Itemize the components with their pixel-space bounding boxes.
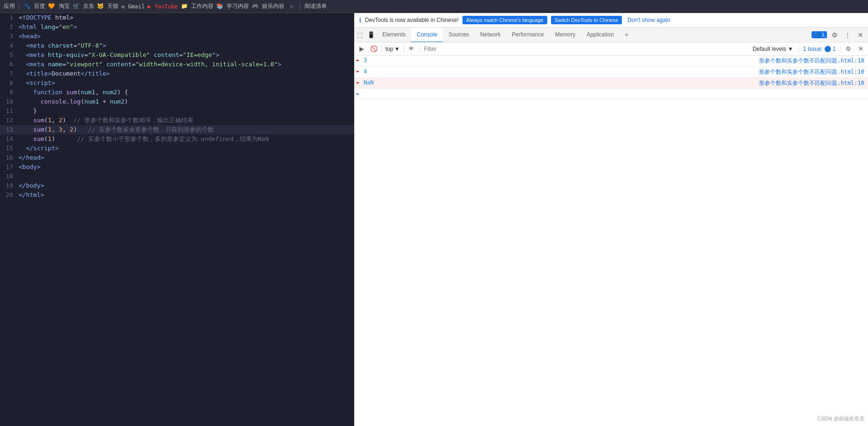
- close-devtools-button[interactable]: ✕: [855, 29, 866, 41]
- line-number: 18: [0, 172, 19, 181]
- console-close-button[interactable]: ✕: [855, 43, 866, 55]
- tab-elements[interactable]: Elements: [377, 28, 411, 42]
- code-line-14: 14 sum(1) // 实参个数小于形参个数，多的形参定义为 undefine…: [0, 134, 354, 144]
- line-number: 1: [0, 13, 19, 22]
- console-input[interactable]: [362, 90, 868, 97]
- code-line-9: 9 function sum(num1, num2) {: [0, 88, 354, 97]
- tab-network[interactable]: Network: [475, 28, 506, 42]
- line-content: [19, 172, 354, 181]
- tab-application[interactable]: Application: [581, 28, 620, 42]
- context-dropdown-icon: ▼: [394, 46, 400, 52]
- topbar-gmail[interactable]: ✉ Gmail: [121, 3, 145, 10]
- notification-text: DevTools is now available in Chinese!: [365, 17, 459, 23]
- line-content: <title>Document</title>: [19, 69, 354, 78]
- line-content: console.log(num1 + num2): [19, 97, 354, 106]
- tab-performance[interactable]: Performance: [506, 28, 550, 42]
- tab-more[interactable]: »: [620, 28, 634, 42]
- csdn-watermark: CSDN @前端史塔克: [818, 415, 864, 422]
- line-content: </script>: [19, 144, 354, 153]
- more-options-button[interactable]: ⋮: [842, 29, 853, 41]
- code-line-17: 17<body>: [0, 162, 354, 172]
- code-line-15: 15 </script>: [0, 144, 354, 153]
- console-value-3: 3: [362, 56, 755, 64]
- line-number: 10: [0, 97, 19, 106]
- console-prompt-row[interactable]: ►: [354, 89, 868, 98]
- code-line-6: 6 <meta name="viewport" content="width=d…: [0, 60, 354, 69]
- play-pause-button[interactable]: ▶: [356, 43, 367, 55]
- topbar-youtube[interactable]: ▶ YouTube: [148, 3, 178, 10]
- topbar-item[interactable]: 应用: [4, 2, 15, 10]
- code-lines: 1<!DOCTYPE html>2<html lang="en">3<head>…: [0, 13, 354, 200]
- line-content: }: [19, 106, 354, 116]
- console-entry-4: ► 4 形参个数和实参个数不匹配问题.html:10: [354, 67, 868, 78]
- dismiss-button[interactable]: Don't show again: [627, 17, 670, 23]
- console-value-nan: NaN: [362, 79, 755, 86]
- topbar-tianmao[interactable]: 🐱 天猫: [97, 2, 118, 10]
- tab-console[interactable]: Console: [411, 28, 443, 42]
- code-line-7: 7 <title>Document</title>: [0, 69, 354, 78]
- devtools-panel: ℹ DevTools is now available in Chinese! …: [354, 13, 868, 426]
- topbar-read[interactable]: 阅读清单: [304, 2, 327, 10]
- line-content: sum(1, 2) // 形参个数和实参个数相等，输出正确结果: [19, 116, 354, 125]
- clear-console-button[interactable]: 🚫: [368, 43, 379, 55]
- line-content: </html>: [19, 190, 354, 200]
- console-output: ► 3 形参个数和实参个数不匹配问题.html:10 ► 4 形参个数和实参个数…: [354, 56, 868, 426]
- line-number: 9: [0, 88, 19, 97]
- line-content: <meta charset="UTF-8">: [19, 41, 354, 50]
- issues-badge[interactable]: 🔵 1: [812, 31, 827, 38]
- line-number: 14: [0, 134, 19, 144]
- code-line-1: 1<!DOCTYPE html>: [0, 13, 354, 22]
- topbar-entertainment[interactable]: 🎮 娱乐内容: [252, 2, 284, 10]
- code-line-20: 20</html>: [0, 190, 354, 200]
- line-content: sum(1, 3, 2) // 实参个数多余形参个数，只取到形参的个数: [19, 125, 354, 134]
- console-settings-button[interactable]: ⚙: [843, 43, 854, 55]
- eye-button[interactable]: 👁: [406, 43, 417, 55]
- context-selector[interactable]: top ▼: [384, 46, 402, 52]
- topbar-more[interactable]: »: [287, 2, 296, 11]
- topbar-jd[interactable]: 🛒 京东: [73, 2, 94, 10]
- output-arrow-2: ►: [354, 68, 362, 74]
- tab-sources[interactable]: Sources: [443, 28, 475, 42]
- line-number: 19: [0, 181, 19, 190]
- code-line-10: 10 console.log(num1 + num2): [0, 97, 354, 106]
- line-number: 11: [0, 106, 19, 116]
- line-number: 8: [0, 78, 19, 88]
- line-content: <html lang="en">: [19, 22, 354, 32]
- topbar-baidu[interactable]: 🐾 百度: [24, 2, 45, 10]
- info-icon: ℹ: [359, 16, 361, 24]
- settings-button[interactable]: ⚙: [829, 29, 840, 41]
- line-number: 12: [0, 116, 19, 125]
- devtools-tabs: ⬚ 📱 Elements Console Sources Network Per…: [354, 28, 868, 42]
- topbar-study[interactable]: 📚 学习内容: [216, 2, 249, 10]
- topbar-taobao[interactable]: 🧡 淘宝: [48, 2, 69, 10]
- filter-input[interactable]: [421, 44, 749, 54]
- cursor-icon[interactable]: ⬚: [354, 29, 365, 41]
- issues-count-label[interactable]: 1 Issue: 🔵 1: [800, 46, 839, 52]
- toolbar-separator: [381, 45, 382, 53]
- match-language-button[interactable]: Always match Chrome's language: [462, 16, 547, 24]
- code-line-3: 3<head>: [0, 32, 354, 41]
- line-content: <head>: [19, 32, 354, 41]
- context-label: top: [386, 46, 393, 52]
- line-number: 7: [0, 69, 19, 78]
- line-content: <meta name="viewport" content="width=dev…: [19, 60, 354, 69]
- toolbar-separator-4: [798, 45, 799, 53]
- switch-devtools-button[interactable]: Switch DevTools to Chinese: [551, 16, 622, 24]
- output-arrow-3: ►: [354, 79, 362, 85]
- line-content: sum(1) // 实参个数小于形参个数，多的形参定义为 undefined，结…: [19, 134, 354, 144]
- console-source-3[interactable]: 形参个数和实参个数不匹配问题.html:10: [755, 79, 868, 88]
- code-line-5: 5 <meta http-equiv="X-UA-Compatible" con…: [0, 50, 354, 60]
- console-entry-nan: ► NaN 形参个数和实参个数不匹配问题.html:10: [354, 78, 868, 89]
- tab-memory[interactable]: Memory: [550, 28, 581, 42]
- default-levels-dropdown[interactable]: Default levels ▼: [750, 46, 796, 52]
- output-arrow-1: ►: [354, 56, 362, 63]
- console-source-2[interactable]: 形参个数和实参个数不匹配问题.html:10: [755, 68, 868, 77]
- line-number: 6: [0, 60, 19, 69]
- console-source-1[interactable]: 形参个数和实参个数不匹配问题.html:10: [755, 56, 868, 65]
- device-icon[interactable]: 📱: [365, 29, 377, 41]
- code-line-19: 19</body>: [0, 181, 354, 190]
- browser-top-bar: 应用 | 🐾 百度 🧡 淘宝 🛒 京东 🐱 天猫 ✉ Gmail ▶ YouTu…: [0, 0, 868, 13]
- line-number: 3: [0, 32, 19, 41]
- code-line-16: 16</head>: [0, 153, 354, 162]
- topbar-work[interactable]: 📁 工作内容: [181, 2, 214, 10]
